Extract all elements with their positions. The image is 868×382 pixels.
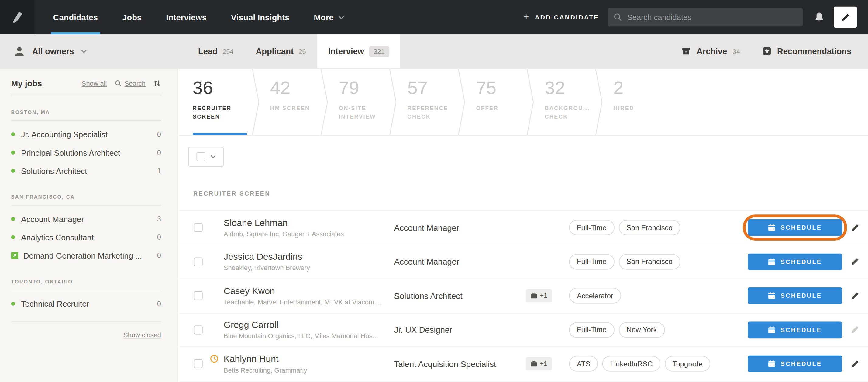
sidebar-item-jr-accounting-specialist[interactable]: Jr. Accounting Specialist 0 (11, 125, 161, 143)
row-checkbox[interactable] (194, 291, 203, 300)
candidate-row[interactable]: Casey Kwon Teachable, Marvel Entertainme… (178, 279, 868, 313)
tag-pill[interactable]: LinkedInRSC (602, 356, 660, 372)
archive-button[interactable]: Archive 34 (682, 47, 740, 56)
candidate-row[interactable]: Jessica DesJardins Sheakley, Rivertown B… (178, 245, 868, 279)
candidate-position: Talent Acquisition Specialist (394, 359, 526, 369)
candidate-row[interactable]: Kahlynn Hunt Betts Recruiting, Grammarly… (178, 347, 868, 381)
stage-reference-check[interactable]: 57 REFERENCE CHECK (393, 69, 462, 135)
job-posted-icon (11, 252, 18, 259)
sidebar-item-principal-solutions-architect[interactable]: Principal Solutions Architect 0 (11, 143, 161, 161)
recommendations-button[interactable]: Recommendations (762, 47, 851, 56)
row-checkbox[interactable] (194, 257, 203, 266)
tag-pill[interactable]: San Francisco (619, 220, 680, 235)
schedule-button[interactable]: SCHEDULE (748, 219, 842, 236)
candidate-identity: Sloane Lehman Airbnb, Square Inc, Gauger… (224, 217, 394, 238)
candidate-row[interactable]: Gregg Carroll Blue Mountain Organics, LL… (178, 313, 868, 347)
sidebar-item-account-manager[interactable]: Account Manager 3 (11, 210, 161, 228)
add-candidate-button[interactable]: + ADD CANDIDATE (523, 11, 599, 23)
job-label: Account Manager (21, 214, 84, 223)
tag-pill[interactable]: New York (619, 322, 665, 337)
nav-label: Interviews (166, 12, 207, 22)
candidate-companies: Betts Recruiting, Grammarly (224, 366, 394, 374)
schedule-button[interactable]: SCHEDULE (748, 253, 842, 270)
edit-candidate-button[interactable] (847, 356, 863, 372)
tag-pill[interactable]: San Francisco (619, 254, 680, 269)
tab-count: 26 (299, 48, 306, 55)
schedule-label: SCHEDULE (781, 259, 822, 265)
pencil-icon (841, 12, 850, 22)
job-count: 0 (153, 251, 161, 259)
edit-candidate-button[interactable] (847, 254, 863, 269)
bulk-select-control[interactable] (188, 147, 224, 167)
experience-badge[interactable]: +1 (526, 289, 552, 303)
sort-icon[interactable] (153, 79, 161, 87)
row-checkbox[interactable] (194, 325, 203, 334)
sidebar-item-technical-recruiter[interactable]: Technical Recruiter 0 (11, 294, 161, 313)
job-count: 3 (153, 215, 161, 223)
tag-pill[interactable]: Accelerator (569, 288, 621, 303)
sidebar-item-demand-generation-marketing[interactable]: Demand Generation Marketing ... 0 (11, 246, 161, 265)
star-icon (762, 47, 772, 56)
nav-item-visual-insights[interactable]: Visual Insights (219, 0, 302, 34)
stage-label: INTERVIEW (339, 113, 393, 121)
pencil-icon (850, 257, 860, 266)
edit-candidate-button[interactable] (847, 288, 863, 303)
app-window: Candidates Jobs Interviews Visual Insigh… (0, 0, 868, 382)
candidate-name: Kahlynn Hunt (224, 354, 394, 364)
edit-candidate-button[interactable] (847, 322, 863, 337)
tab-label: Applicant (256, 47, 293, 56)
tab-applicant[interactable]: Applicant 26 (245, 34, 317, 68)
schedule-button[interactable]: SCHEDULE (748, 321, 842, 338)
tab-interview[interactable]: Interview 321 (317, 34, 400, 68)
tag-pill[interactable]: Full-Time (569, 322, 614, 337)
nav-item-jobs[interactable]: Jobs (110, 0, 154, 34)
stage-offer[interactable]: 75 OFFER (462, 69, 530, 135)
calendar-icon (768, 360, 776, 368)
tab-lead[interactable]: Lead 254 (187, 34, 245, 68)
schedule-button[interactable]: SCHEDULE (748, 356, 842, 372)
candidate-identity: Kahlynn Hunt Betts Recruiting, Grammarly (224, 354, 394, 374)
archive-count: 34 (733, 48, 740, 55)
schedule-button[interactable]: SCHEDULE (748, 287, 842, 304)
stage-hired[interactable]: 2 HIRED (599, 69, 868, 135)
sidebar-item-analytics-consultant[interactable]: Analytics Consultant 0 (11, 228, 161, 246)
show-closed-link[interactable]: Show closed (123, 331, 161, 339)
recommendations-label: Recommendations (777, 47, 851, 56)
show-closed-wrap: Show closed (11, 322, 161, 340)
stage-recruiter-screen[interactable]: 36 RECRUITER SCREEN (178, 69, 256, 135)
primary-nav: Candidates Jobs Interviews Visual Insigh… (41, 0, 356, 34)
notifications-button[interactable] (814, 11, 825, 23)
tag-pill[interactable]: Full-Time (569, 220, 614, 235)
candidate-identity: Gregg Carroll Blue Mountain Organics, LL… (224, 320, 394, 340)
tag-pill[interactable]: ATS (569, 356, 598, 372)
row-checkbox[interactable] (194, 223, 203, 232)
stage-count: 75 (476, 78, 530, 98)
sidebar-search-link[interactable]: Search (115, 79, 146, 87)
row-checkbox[interactable] (194, 359, 203, 368)
owners-filter[interactable]: All owners (0, 34, 178, 68)
bulk-select-checkbox[interactable] (196, 152, 205, 161)
sidebar-item-solutions-architect[interactable]: Solutions Architect 1 (11, 162, 161, 180)
app-logo[interactable] (0, 0, 34, 34)
stage-separator (526, 69, 534, 136)
show-all-link[interactable]: Show all (82, 79, 107, 87)
stage-count: 42 (270, 78, 324, 98)
nav-item-more[interactable]: More (302, 0, 356, 34)
job-label: Principal Solutions Architect (21, 148, 120, 157)
nav-item-interviews[interactable]: Interviews (154, 0, 219, 34)
tag-pill[interactable]: Topgrade (665, 356, 710, 372)
candidate-identity: Casey Kwon Teachable, Marvel Entertainme… (224, 286, 394, 306)
experience-badge[interactable]: +1 (526, 357, 552, 371)
chevron-down-icon (210, 155, 215, 158)
search-input[interactable] (627, 13, 797, 22)
tag-pill[interactable]: Full-Time (569, 254, 614, 269)
stage-hm-screen[interactable]: 42 HM SCREEN (256, 69, 324, 135)
edit-candidate-button[interactable] (847, 220, 863, 235)
candidate-row[interactable]: Sloane Lehman Airbnb, Square Inc, Gauger… (178, 211, 868, 245)
compose-button[interactable] (834, 7, 857, 28)
nav-item-candidates[interactable]: Candidates (41, 0, 110, 34)
stage-count: 2 (613, 78, 868, 98)
stage-background-check[interactable]: 32 BACKGROU... CHECK (530, 69, 599, 135)
candidate-search-box (608, 8, 803, 26)
stage-on-site-interview[interactable]: 79 ON-SITE INTERVIEW (324, 69, 393, 135)
